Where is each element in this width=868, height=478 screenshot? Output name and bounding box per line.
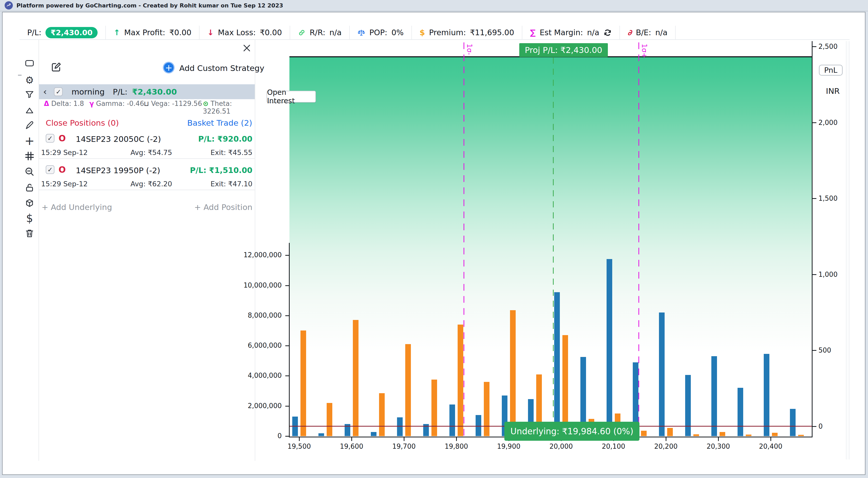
put-oi-bar-19600: [353, 320, 359, 436]
position-row-2[interactable]: ✓ O 14SEP23 19950P (-2) P/L: ₹1,510.00: [46, 165, 252, 176]
position-row-1[interactable]: ✓ O 14SEP23 20050C (-2) P/L: ₹920.00: [46, 134, 252, 144]
strategy-name: morning: [71, 87, 104, 96]
be-label: B/E:: [636, 28, 651, 37]
delete-trash-icon[interactable]: [23, 227, 36, 240]
x-tick-label: 19,700: [383, 443, 425, 450]
put-oi-bar-20250: [693, 434, 699, 436]
stats-bar: P/L: ₹2,430.00 ↑ Max Profit: ₹0.00 ↓ Max…: [20, 26, 849, 40]
add-custom-strategy-icon[interactable]: +: [163, 62, 175, 73]
position-2-option-icon[interactable]: O: [59, 165, 66, 175]
oi-tick: [285, 255, 289, 256]
add-plus-icon[interactable]: +: [23, 135, 36, 147]
pnl-tick-label: 1,000: [818, 271, 837, 278]
call-oi-bar-19550: [318, 433, 324, 436]
pnl-tick-label: 0: [818, 422, 823, 430]
close-panel-icon[interactable]: [242, 43, 252, 54]
add-underlying-button[interactable]: + Add Underlying: [41, 203, 112, 212]
refresh-icon[interactable]: [603, 29, 612, 37]
x-tick: [665, 437, 666, 441]
stat-be: ∂ B/E: n/a: [620, 26, 676, 39]
put-oi-bar-20300: [719, 432, 725, 436]
strategy-row[interactable]: ‹ ✓ morning P/L: ₹2,430.00: [39, 84, 255, 99]
stat-rr: R/R: n/a: [290, 26, 350, 39]
arrow-down-icon: ↓: [207, 28, 214, 37]
x-tick-label: 20,200: [645, 443, 686, 450]
position-2-time: 15:29 Sep-12: [41, 180, 88, 188]
position-2-checkbox[interactable]: ✓: [46, 165, 55, 174]
oi-tick: [285, 346, 289, 346]
settings-gear-icon[interactable]: ⚙: [23, 74, 36, 87]
delta-icon: Δ: [44, 100, 49, 108]
est-margin-value: n/a: [587, 28, 599, 37]
call-oi-bar-20200: [659, 312, 664, 436]
call-oi-bar-20000: [554, 292, 560, 436]
3d-box-icon[interactable]: [23, 197, 36, 209]
position-2-exit: Exit: ₹47.10: [211, 180, 252, 188]
position-2-name: 14SEP23 19950P (-2): [76, 166, 160, 175]
basket-trade-link[interactable]: Basket Trade (2): [186, 118, 252, 127]
add-custom-strategy-button[interactable]: Add Custom Strategy: [179, 63, 264, 73]
position-1-pl: P/L: ₹920.00: [198, 135, 252, 143]
pnl-tick: [812, 198, 816, 199]
x-tick-label: 20,000: [540, 443, 582, 450]
x-tick: [718, 437, 719, 441]
gamma-icon: γ: [89, 100, 94, 108]
triangle-icon[interactable]: [23, 104, 36, 117]
oi-tick-label: 2,000,000: [205, 402, 282, 410]
position-1-option-icon[interactable]: O: [59, 133, 66, 143]
sigma-minus-label: 1σ-: [466, 44, 473, 55]
x-tick-label: 19,900: [488, 443, 529, 450]
x-tick-label: 20,300: [698, 443, 739, 450]
price-dollar-icon[interactable]: $: [23, 212, 36, 225]
call-oi-bar-19850: [475, 415, 481, 436]
sigma-plus-label: 1σ+: [641, 44, 648, 58]
add-position-button[interactable]: + Add Position: [190, 203, 252, 212]
oi-tick-label: 8,000,000: [205, 311, 282, 319]
edit-strategy-icon[interactable]: [50, 61, 62, 74]
theta-icon: ⊙: [203, 100, 209, 108]
put-oi-bar-20350: [746, 435, 751, 436]
position-2-avg: Avg: ₹62.20: [130, 180, 172, 188]
stat-est-margin: ∑ Est Margin: n/a: [522, 26, 620, 39]
unlock-icon[interactable]: [23, 181, 36, 194]
vertical-scrollbar[interactable]: [846, 41, 849, 459]
pnl-tick-label: 2,500: [818, 43, 837, 50]
x-tick-label: 20,400: [750, 443, 791, 450]
pl-value-badge: ₹2,430.00: [45, 27, 98, 38]
call-oi-bar-20450: [790, 409, 796, 436]
oi-tick-label: 0: [205, 432, 282, 440]
toolbar-drag-handle[interactable]: [18, 75, 22, 76]
put-oi-bar-20150: [641, 431, 647, 436]
pnl-tick-label: 2,000: [818, 119, 837, 126]
put-oi-bar-19700: [405, 344, 411, 436]
call-oi-bar-20100: [607, 259, 612, 436]
oi-tick: [285, 436, 289, 437]
position-1-name: 14SEP23 20050C (-2): [76, 135, 161, 144]
pnl-tick: [812, 350, 816, 351]
stat-max-loss: ↓ Max Loss: ₹0.00: [199, 26, 290, 39]
draw-pencil-icon[interactable]: [23, 119, 36, 132]
selection-box-icon[interactable]: [23, 57, 36, 70]
filter-icon[interactable]: [23, 88, 36, 101]
position-1-checkbox[interactable]: ✓: [46, 134, 55, 143]
close-positions-link[interactable]: Close Positions (0): [46, 118, 119, 127]
zoom-out-icon[interactable]: [23, 165, 36, 178]
pnl-tick: [812, 46, 816, 47]
max-profit-label: Max Profit:: [124, 28, 165, 37]
put-oi-bar-20000: [562, 335, 568, 436]
x-tick-label: 20,100: [593, 443, 634, 450]
pnl-tick: [812, 274, 816, 275]
profit-area: [289, 57, 812, 426]
max-profit-value: ₹0.00: [169, 28, 191, 37]
collapse-chevron[interactable]: ‹: [43, 87, 47, 96]
panel-divider: [255, 40, 255, 461]
sigma-upper-line: [639, 42, 639, 437]
put-oi-bar-20450: [798, 435, 804, 436]
sigma-lower-line: [464, 42, 464, 437]
grid-icon[interactable]: [23, 150, 36, 162]
premium-label: Premium:: [429, 28, 466, 37]
strategy-checkbox[interactable]: ✓: [54, 87, 63, 96]
position-1-avg: Avg: ₹54.75: [130, 149, 172, 156]
open-interest-button[interactable]: Open Interest: [267, 91, 316, 102]
pnl-toggle-button[interactable]: PnL: [819, 65, 843, 76]
